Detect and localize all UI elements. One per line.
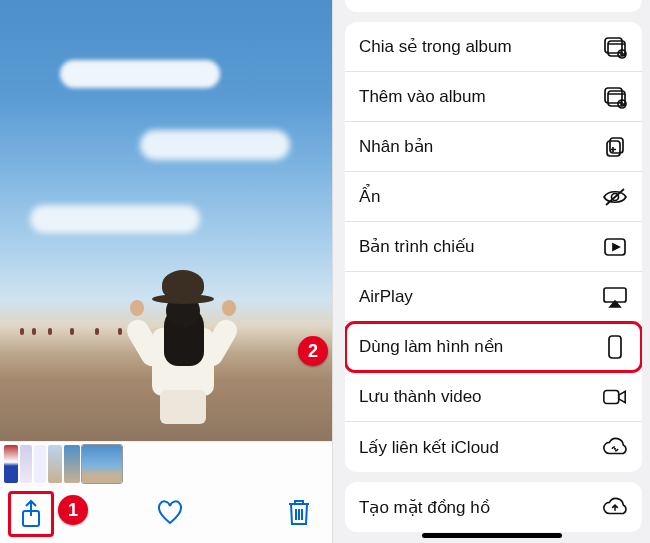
share-sheet[interactable]: Sao chép ảnh Chia sẻ trong album Thêm và… (333, 0, 650, 543)
share-option-label: Chia sẻ trong album (359, 36, 512, 57)
thumbnail[interactable] (34, 445, 46, 483)
annotation-badge-1: 1 (58, 495, 88, 525)
share-button[interactable] (8, 491, 54, 537)
duplicate-icon (602, 134, 628, 160)
thumbnail[interactable] (4, 445, 18, 483)
share-option-share-in-album[interactable]: Chia sẻ trong album (345, 22, 642, 72)
svg-rect-15 (604, 390, 619, 403)
play-icon (602, 234, 628, 260)
trash-icon (286, 497, 312, 527)
main-photo[interactable] (0, 0, 333, 441)
thumbnail[interactable] (48, 445, 62, 483)
share-option-label: Lưu thành video (359, 386, 482, 407)
favorite-button[interactable] (155, 498, 185, 530)
add-album-icon (602, 84, 628, 110)
home-indicator[interactable] (422, 533, 562, 538)
video-icon (602, 384, 628, 410)
thumbnail[interactable] (20, 445, 32, 483)
share-option-use-as-wallpaper[interactable]: Dùng làm hình nền (345, 322, 642, 372)
share-option-label: Dùng làm hình nền (359, 336, 503, 357)
share-option-slideshow[interactable]: Bản trình chiếu (345, 222, 642, 272)
share-option-label: Ẩn (359, 186, 380, 207)
share-option-icloud-link[interactable]: Lấy liên kết iCloud (345, 422, 642, 472)
share-option-label: Lấy liên kết iCloud (359, 437, 499, 458)
airplay-icon (602, 284, 628, 310)
thumbnail-strip[interactable] (0, 441, 333, 485)
photo-toolbar (0, 485, 333, 543)
delete-button[interactable] (286, 497, 312, 531)
heart-icon (155, 498, 185, 526)
phone-icon (602, 334, 628, 360)
svg-rect-14 (609, 336, 621, 358)
share-option-duplicate[interactable]: Nhân bản (345, 122, 642, 172)
share-option-airplay[interactable]: AirPlay (345, 272, 642, 322)
share-option-save-as-video[interactable]: Lưu thành video (345, 372, 642, 422)
share-option-label: Thêm vào album (359, 87, 486, 107)
upload-cloud-icon (602, 494, 628, 520)
album-share-icon (602, 34, 628, 60)
share-option-copy-photo[interactable]: Sao chép ảnh (345, 0, 642, 12)
photo-viewer: 1 2 (0, 0, 333, 543)
share-option-label: AirPlay (359, 287, 413, 307)
share-option-label: Bản trình chiếu (359, 236, 474, 257)
share-option-label: Tạo mặt đồng hồ (359, 497, 490, 518)
share-icon (19, 499, 43, 529)
share-option-label: Nhân bản (359, 136, 433, 157)
cloud-link-icon (602, 434, 628, 460)
share-option-create-watch-face[interactable]: Tạo mặt đồng hồ (345, 482, 642, 532)
annotation-badge-2: 2 (298, 336, 328, 366)
share-option-hide[interactable]: Ẩn (345, 172, 642, 222)
thumbnail-current[interactable] (82, 445, 122, 483)
share-option-add-to-album[interactable]: Thêm vào album (345, 72, 642, 122)
hide-icon (602, 184, 628, 210)
thumbnail[interactable] (64, 445, 80, 483)
